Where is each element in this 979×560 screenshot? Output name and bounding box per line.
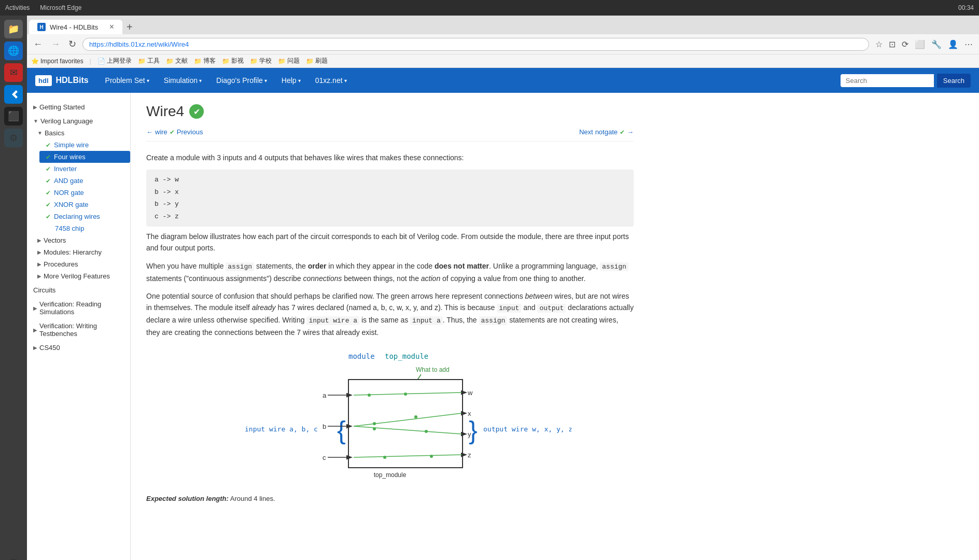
sidebar-modules-header[interactable]: ▶ Modules: Hierarchy [31, 246, 130, 258]
right-arrow-icon: → [627, 128, 634, 136]
sidebar-item-simple-wire[interactable]: ✔ Simple wire [39, 139, 130, 151]
terminal-icon[interactable]: ⬛ [4, 107, 23, 125]
tab-bar: H Wire4 - HDLBits × + [27, 16, 979, 34]
inverter-label: Inverter [54, 165, 77, 173]
sidebar-more-verilog-group: ▶ More Verilog Features [27, 270, 130, 282]
bookmark-video[interactable]: 📁 影视 [222, 57, 244, 65]
output-code: output [537, 304, 566, 313]
sidebar-basics-header[interactable]: ▼ Basics [31, 127, 130, 139]
search-input[interactable] [841, 74, 934, 87]
bookmark-import-favorites[interactable]: ⭐ Import favorites [31, 58, 83, 65]
sidebar-verification-reading-header[interactable]: ▶ Verification: Reading Simulations [27, 298, 130, 318]
profile-icon[interactable]: 👤 [946, 38, 960, 50]
site-nav-links: Problem Set ▾ Simulation ▾ Diago's Profi… [99, 72, 353, 89]
sidebar-vectors-header[interactable]: ▶ Vectors [31, 234, 130, 246]
svg-text:c: c [323, 454, 326, 461]
collections-icon[interactable]: ⊡ [887, 38, 898, 50]
para3: One potential source of confusion that s… [146, 290, 634, 338]
tab-close-button[interactable]: × [109, 23, 114, 31]
active-tab[interactable]: H Wire4 - HDLBits × [29, 20, 122, 34]
next-link[interactable]: Next notgate ✔ → [579, 128, 634, 136]
bookmark-references[interactable]: 📁 文献 [166, 57, 188, 65]
verification-reading-label: Verification: Reading Simulations [39, 300, 124, 316]
sidebar-item-and-gate[interactable]: ✔ AND gate [39, 175, 130, 187]
sidebar-header-getting-started[interactable]: ▶ Getting Started [27, 101, 130, 113]
prev-problem-label: wire [155, 128, 167, 136]
nav-problem-set[interactable]: Problem Set ▾ [99, 72, 156, 89]
forward-button[interactable]: → [49, 38, 62, 51]
nav-profile[interactable]: Diago's Profile ▾ [210, 72, 273, 89]
address-bar[interactable]: https://hdlbits.01xz.net/wiki/Wire4 [82, 38, 869, 51]
nav-simulation[interactable]: Simulation ▾ [158, 72, 208, 89]
simple-wire-label: Simple wire [54, 141, 89, 149]
bookmark-tools[interactable]: 📁 工具 [138, 57, 160, 65]
extensions-icon[interactable]: 🔧 [929, 38, 944, 50]
grid-icon[interactable]: ⊞ [4, 553, 23, 560]
bookmark-login[interactable]: 📄 上网登录 [97, 57, 132, 65]
nav-icons: ☆ ⊡ ⟳ ⬜ 🔧 👤 ⋯ [873, 38, 975, 50]
sidebar-item-nor-gate[interactable]: ✔ NOR gate [39, 187, 130, 199]
refresh-button[interactable]: ↻ [66, 37, 78, 51]
chevron-down-icon: ▾ [147, 78, 149, 83]
sidebar-more-verilog-header[interactable]: ▶ More Verilog Features [31, 270, 130, 282]
sidebar-item-7458[interactable]: 7458 chip [39, 222, 130, 234]
site-logo[interactable]: hdl HDLBits [35, 75, 89, 86]
connection-line-2: b -> x [155, 186, 625, 198]
vscode-icon[interactable] [4, 85, 23, 104]
sidebar-header-verilog[interactable]: ▼ Verilog Language [27, 115, 130, 127]
doc-icon: 📄 [97, 58, 105, 65]
email-icon[interactable]: ✉ [4, 63, 23, 82]
sidebar-modules-group: ▶ Modules: Hierarchy [27, 246, 130, 258]
bookmarks-bar: ⭐ Import favorites | 📄 上网登录 📁 工具 📁 文献 📁 … [27, 54, 979, 68]
check-icon-simple-wire: ✔ [46, 142, 51, 149]
search-button[interactable]: Search [937, 74, 971, 88]
svg-point-33 [383, 456, 386, 459]
nav-help[interactable]: Help ▾ [275, 72, 307, 89]
nav-01xz[interactable]: 01xz.net ▾ [309, 72, 353, 89]
menu-icon[interactable]: ⋯ [962, 38, 975, 50]
prev-link[interactable]: ← wire ✔ Previous [146, 128, 203, 136]
settings-icon[interactable]: ⚙ [4, 129, 23, 147]
activities-label[interactable]: Activities [5, 4, 30, 11]
sidebar-item-inverter[interactable]: ✔ Inverter [39, 163, 130, 175]
sidebar-item-declaring-wires[interactable]: ✔ Declaring wires [39, 211, 130, 222]
chevron-down-icon-3: ▾ [264, 78, 267, 83]
new-tab-button[interactable]: + [122, 21, 137, 33]
folder-icon-5: 📁 [250, 58, 258, 65]
refresh-history-icon[interactable]: ⟳ [900, 38, 911, 50]
sidebar-verification-writing-section: ▶ Verification: Writing Testbenches [27, 320, 130, 340]
split-screen-icon[interactable]: ⬜ [913, 38, 927, 50]
check-icon-inverter: ✔ [46, 165, 51, 173]
star-icon[interactable]: ☆ [873, 38, 885, 50]
page-title-row: Wire4 ✔ [146, 103, 634, 120]
nav-prev-next: ← wire ✔ Previous Next notgate ✔ → [146, 128, 634, 142]
sidebar-item-four-wires[interactable]: ✔ Four wires [39, 151, 130, 163]
sidebar-verification-writing-header[interactable]: ▶ Verification: Writing Testbenches [27, 320, 130, 340]
desktop-sidebar: 📁 🌐 ✉ ⬛ ⚙ ⊞ [0, 16, 27, 560]
sidebar-circuits-header[interactable]: Circuits [27, 284, 130, 296]
tab-favicon: H [37, 23, 46, 31]
action-italic: action [421, 274, 440, 283]
nav-bar: ← → ↻ https://hdlbits.01xz.net/wiki/Wire… [27, 34, 979, 54]
arrow-icon-ver-writing: ▶ [33, 327, 37, 333]
sidebar-procedures-header[interactable]: ▶ Procedures [31, 258, 130, 270]
7458-label: 7458 chip [55, 225, 84, 232]
modules-label: Modules: Hierarchy [44, 248, 102, 256]
sidebar-item-xnor-gate[interactable]: ✔ XNOR gate [39, 199, 130, 211]
arrow-icon-modules: ▶ [37, 249, 41, 255]
arrow-icon-getting-started: ▶ [33, 104, 37, 110]
folder-icon-7: 📁 [306, 58, 314, 65]
folder-icon-3: 📁 [194, 58, 202, 65]
bookmark-blog[interactable]: 📁 博客 [194, 57, 216, 65]
next-problem-label: notgate [595, 128, 618, 136]
files-icon[interactable]: 📁 [4, 20, 23, 38]
sidebar-cs450-header[interactable]: ▶ CS450 [27, 342, 130, 354]
bookmark-questions[interactable]: 📁 问题 [278, 57, 300, 65]
bookmark-school[interactable]: 📁 学校 [250, 57, 272, 65]
connections-code-block: a -> w b -> x b -> y c -> z [146, 170, 634, 227]
bookmark-practice[interactable]: 📁 刷题 [306, 57, 328, 65]
browser-icon[interactable]: 🌐 [4, 41, 23, 60]
expected-label: Expected solution length: [146, 495, 229, 502]
tab-title: Wire4 - HDLBits [50, 23, 98, 31]
back-button[interactable]: ← [31, 38, 45, 51]
